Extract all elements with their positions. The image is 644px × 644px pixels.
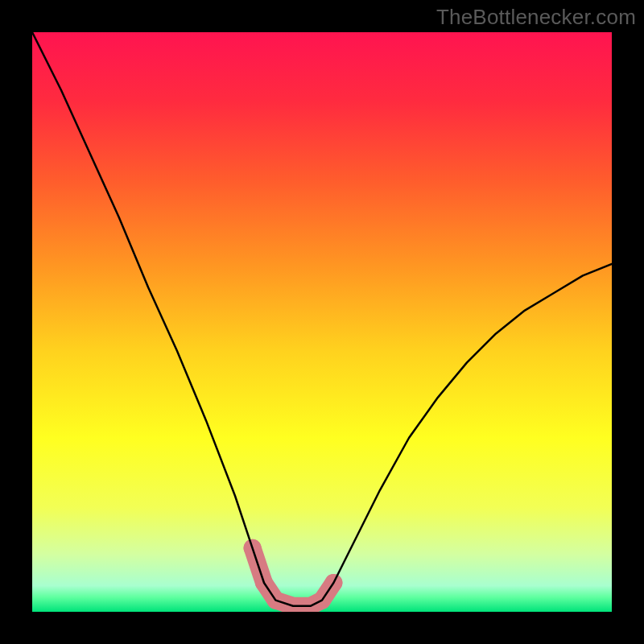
chart-frame: TheBottlenecker.com bbox=[0, 0, 644, 644]
curve-layer bbox=[32, 32, 612, 612]
plot-area bbox=[32, 32, 612, 612]
bottleneck-curve bbox=[32, 32, 612, 606]
watermark-text: TheBottlenecker.com bbox=[436, 5, 636, 30]
